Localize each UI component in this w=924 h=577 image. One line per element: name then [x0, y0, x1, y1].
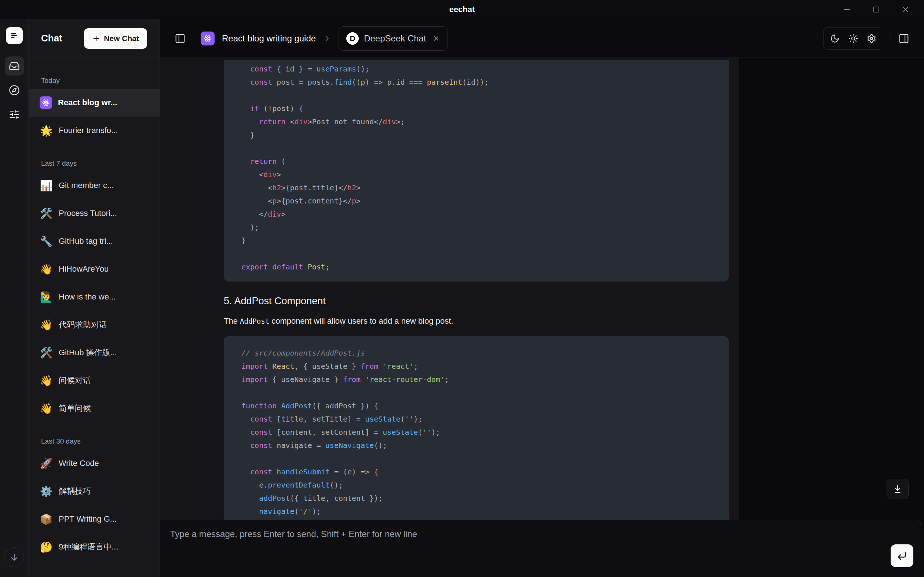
- titlebar: eechat: [0, 0, 924, 19]
- moon-icon: [830, 34, 840, 43]
- chat-list-item[interactable]: 🛠️GitHub 操作版...: [29, 339, 160, 367]
- chat-item-label: Git member c...: [59, 181, 114, 190]
- new-chat-label: New Chat: [104, 34, 139, 43]
- emoji-icon: 👋: [40, 263, 53, 275]
- rail-scroll-down-button[interactable]: [5, 547, 24, 567]
- deepseek-avatar: D: [346, 32, 359, 45]
- inline-code: AddPost: [240, 317, 269, 325]
- chat-item-label: 9种编程语言中...: [59, 542, 118, 553]
- close-button[interactable]: [891, 0, 920, 19]
- section-label: Last 30 days: [29, 433, 160, 450]
- conversation-icon: [201, 32, 215, 45]
- section-label: Last 7 days: [29, 155, 160, 172]
- chat-list-item[interactable]: 🔧GitHub tag tri...: [29, 227, 160, 255]
- chat-list-item[interactable]: 👋代码求助对话: [29, 311, 160, 339]
- chat-item-label: 代码求助对话: [59, 319, 107, 330]
- emoji-icon: 👋: [40, 319, 53, 331]
- code-block-post-component: const { id } = useParams(); const post =…: [224, 60, 729, 282]
- close-tab-button[interactable]: [432, 34, 440, 42]
- chat-list-item[interactable]: React blog wr...: [29, 89, 160, 116]
- dark-mode-button[interactable]: [826, 30, 843, 47]
- scroll-to-bottom-button[interactable]: [887, 479, 909, 499]
- close-icon: [432, 34, 440, 42]
- chat-list-item[interactable]: 🌟Fourier transfo...: [29, 116, 160, 144]
- rail-item-settings[interactable]: [5, 105, 24, 124]
- chat-item-label: GitHub 操作版...: [59, 347, 117, 358]
- section-heading: 5. AddPost Component: [224, 295, 729, 307]
- message-paragraph: The AddPost component will allow users t…: [224, 316, 729, 326]
- rail-item-chats[interactable]: [5, 56, 24, 76]
- chat-list-item[interactable]: 📊Git member c...: [29, 172, 160, 200]
- composer: Type a message, press Enter to send, Shi…: [160, 520, 921, 577]
- code-block-addpost: // src/components/AddPost.jsimport React…: [224, 336, 729, 520]
- panel-left-icon: [174, 33, 186, 44]
- chat-item-label: Process Tutori...: [59, 209, 117, 218]
- app-logo-notes-icon: [9, 31, 19, 41]
- settings-button[interactable]: [863, 30, 880, 47]
- emoji-icon: 🌟: [40, 125, 53, 137]
- app-window: eechat: [0, 0, 924, 577]
- emoji-icon: 🔧: [40, 235, 53, 247]
- chat-list-item[interactable]: 👋HiHowAreYou: [29, 255, 160, 283]
- chat-list-item[interactable]: 👋问候对话: [29, 367, 160, 395]
- main-area: React blog writing guide D DeepSeek Chat: [160, 19, 924, 577]
- close-icon: [901, 5, 910, 14]
- nav-rail: [0, 19, 29, 577]
- header-divider: [193, 32, 193, 44]
- toggle-right-panel-button[interactable]: [898, 33, 909, 44]
- gear-icon: [867, 34, 876, 43]
- sidebar-header: Chat New Chat: [29, 19, 160, 58]
- emoji-icon: 🚀: [40, 458, 53, 470]
- model-tab[interactable]: D DeepSeek Chat: [339, 26, 447, 51]
- chat-content: const { id } = useParams(); const post =…: [160, 58, 924, 520]
- assistant-message: const { id } = useParams(); const post =…: [224, 58, 729, 520]
- message-input[interactable]: Type a message, press Enter to send, Shi…: [170, 529, 910, 539]
- emoji-icon: 📦: [40, 513, 53, 525]
- chat-list-item[interactable]: 👋简单问候: [29, 395, 160, 422]
- chat-item-label: 解耦技巧: [59, 486, 91, 497]
- emoji-icon: 📊: [40, 180, 53, 192]
- window-title: eechat: [449, 5, 475, 14]
- maximize-button[interactable]: [862, 0, 891, 19]
- section-label: Today: [29, 73, 160, 89]
- sidebar: Chat New Chat Today React blog wr...🌟Fou…: [29, 19, 160, 577]
- main-header: React blog writing guide D DeepSeek Chat: [160, 19, 924, 58]
- light-mode-button[interactable]: [845, 30, 862, 47]
- rail-item-discover[interactable]: [5, 81, 24, 100]
- send-button[interactable]: [891, 545, 913, 567]
- new-chat-button[interactable]: New Chat: [84, 28, 147, 49]
- chat-item-label: PPT Writing G...: [59, 514, 117, 524]
- enter-return-icon: [897, 550, 908, 561]
- header-divider: [891, 32, 891, 44]
- app-logo[interactable]: [6, 27, 23, 44]
- emoji-icon: 👋: [40, 375, 53, 387]
- chat-item-label: 简单问候: [59, 403, 91, 414]
- compass-icon: [9, 85, 20, 96]
- chat-list-item[interactable]: ⚙️解耦技巧: [29, 477, 160, 505]
- minimize-button[interactable]: [832, 0, 862, 19]
- window-controls: [832, 0, 920, 19]
- chat-item-label: React blog wr...: [58, 98, 117, 107]
- emoji-icon: 👋: [40, 403, 53, 414]
- chat-list-item[interactable]: 🤔9种编程语言中...: [29, 533, 160, 561]
- chat-item-label: GitHub tag tri...: [59, 237, 113, 246]
- emoji-icon: 🛠️: [40, 347, 53, 359]
- toggle-sidebar-button[interactable]: [174, 33, 186, 44]
- inbox-icon: [9, 61, 20, 71]
- sidebar-title: Chat: [41, 32, 62, 44]
- chat-list: Today React blog wr...🌟Fourier transfo..…: [29, 58, 160, 577]
- minimize-icon: [842, 5, 852, 14]
- chat-list-item[interactable]: 📦PPT Writing G...: [29, 505, 160, 533]
- chat-list-item[interactable]: 🛠️Process Tutori...: [29, 200, 160, 227]
- chat-list-item[interactable]: 🙋‍♂️How is the we...: [29, 283, 160, 311]
- chat-item-label: Write Code: [59, 459, 99, 468]
- chat-list-item[interactable]: 🚀Write Code: [29, 450, 160, 477]
- emoji-icon: 🤔: [40, 541, 53, 553]
- sliders-icon: [9, 109, 20, 120]
- chat-scroll-area[interactable]: const { id } = useParams(); const post =…: [160, 58, 739, 520]
- emoji-icon: 🛠️: [40, 208, 53, 219]
- chevron-right-icon: [323, 34, 331, 42]
- react-atom-icon: [40, 97, 52, 109]
- model-tab-label: DeepSeek Chat: [364, 33, 426, 44]
- arrow-down-icon: [9, 552, 19, 562]
